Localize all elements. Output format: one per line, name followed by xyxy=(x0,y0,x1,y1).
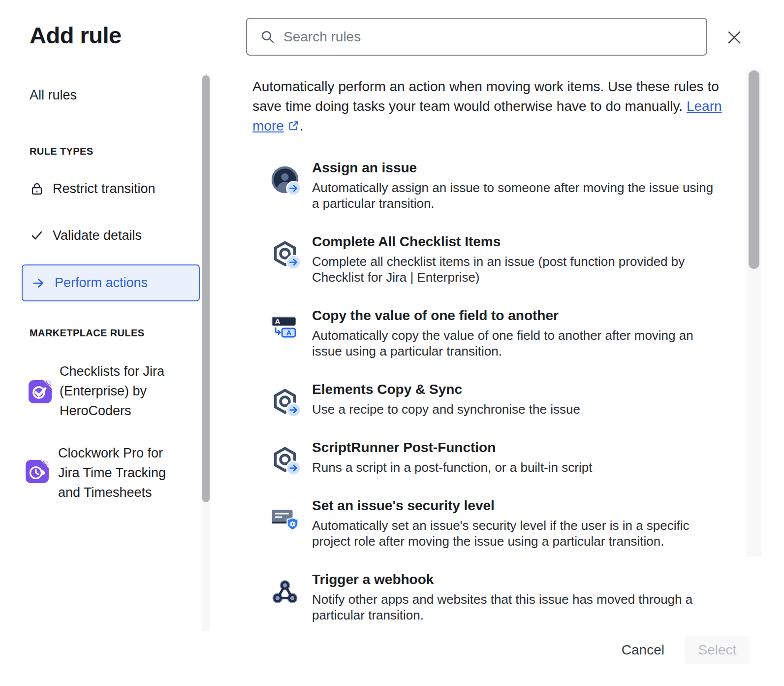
rule-description: Runs a script in a post-function, or a b… xyxy=(312,459,592,475)
sidebar-scrollbar[interactable] xyxy=(202,74,210,631)
search-icon xyxy=(260,29,275,44)
rule-item[interactable]: Complete All Checklist ItemsComplete all… xyxy=(252,233,745,285)
sidebar-scrollbar-thumb[interactable] xyxy=(202,75,210,502)
main-scrollbar[interactable] xyxy=(747,69,761,557)
rule-item[interactable]: Elements Copy & SyncUse a recipe to copy… xyxy=(252,381,745,417)
webhook-icon xyxy=(271,578,299,606)
sidebar-heading-rule-types-heading: RULE TYPES xyxy=(30,146,94,157)
intro-text: Automatically perform an action when mov… xyxy=(252,77,737,136)
rule-description: Automatically set an issue's security le… xyxy=(312,518,723,549)
sidebar-item-label: All rules xyxy=(30,88,77,103)
sidebar-item-perform-actions[interactable]: Perform actions xyxy=(22,264,200,301)
rules-panel: Automatically perform an action when mov… xyxy=(218,74,784,631)
rule-title: Set an issue's security level xyxy=(312,497,723,515)
sidebar: All rulesRULE TYPESRestrict transitionVa… xyxy=(0,74,202,631)
rule-description: Complete all checklist items in an issue… xyxy=(312,254,723,285)
arrow-right-icon xyxy=(31,276,46,291)
rule-title: Trigger a webhook xyxy=(312,571,723,588)
rule-item[interactable]: Trigger a webhookNotify other apps and w… xyxy=(252,571,745,623)
transition-arrow-badge-icon xyxy=(286,181,301,196)
transition-arrow-badge-icon xyxy=(286,402,301,418)
sidebar-item-label: Validate details xyxy=(53,228,142,243)
rule-item[interactable]: Set an issue's security levelAutomatical… xyxy=(252,497,745,549)
user-avatar-icon xyxy=(271,166,299,195)
rule-title: ScriptRunner Post-Function xyxy=(312,439,592,457)
cancel-button[interactable]: Cancel xyxy=(620,636,666,664)
hex-nut-icon xyxy=(271,446,299,474)
sidebar-item-label: Checklists for Jira (Enterprise) by Hero… xyxy=(60,361,187,421)
checklists-app-icon xyxy=(29,380,52,403)
close-icon xyxy=(726,30,742,45)
rule-description: Automatically assign an issue to someone… xyxy=(312,180,723,211)
rule-title: Elements Copy & Sync xyxy=(312,381,580,398)
close-button[interactable] xyxy=(722,26,746,49)
sidebar-item-validate-details[interactable]: Validate details xyxy=(30,225,142,246)
rule-item[interactable]: ScriptRunner Post-FunctionRuns a script … xyxy=(252,439,745,475)
rules-list: Assign an issueAutomatically assign an i… xyxy=(252,159,745,623)
rule-description: Use a recipe to copy and synchronise the… xyxy=(312,401,580,417)
rule-description: Notify other apps and websites that this… xyxy=(312,591,723,623)
security-card-icon xyxy=(271,504,299,532)
sidebar-item-checklists-jira[interactable]: Checklists for Jira (Enterprise) by Hero… xyxy=(29,360,187,421)
check-icon xyxy=(30,228,44,243)
sidebar-item-clockwork-pro[interactable]: Clockwork Pro for Jira Time Tracking and… xyxy=(26,442,185,502)
search-box[interactable] xyxy=(246,18,707,56)
main-scrollbar-thumb[interactable] xyxy=(749,70,759,269)
external-link-icon xyxy=(287,120,300,132)
transition-arrow-badge-icon xyxy=(286,460,301,476)
page-title: Add rule xyxy=(30,22,122,49)
sidebar-item-all-rules[interactable]: All rules xyxy=(30,88,77,103)
copy-field-icon xyxy=(271,314,299,342)
rule-item[interactable]: Copy the value of one field to anotherAu… xyxy=(252,307,745,359)
transition-arrow-badge-icon xyxy=(286,255,301,270)
sidebar-item-restrict-transition[interactable]: Restrict transition xyxy=(30,178,156,199)
rule-title: Assign an issue xyxy=(312,159,723,177)
select-button[interactable]: Select xyxy=(685,636,750,664)
sidebar-heading-marketplace-heading: MARKETPLACE RULES xyxy=(30,327,144,339)
sidebar-item-label: Clockwork Pro for Jira Time Tracking and… xyxy=(58,443,185,502)
hex-nut-icon xyxy=(271,240,299,268)
hex-nut-icon xyxy=(271,388,299,416)
sidebar-item-label: Restrict transition xyxy=(53,181,156,196)
sidebar-item-label: Perform actions xyxy=(55,275,148,291)
rule-description: Automatically copy the value of one fiel… xyxy=(312,327,723,359)
search-input[interactable] xyxy=(283,29,693,45)
lock-icon xyxy=(30,181,44,196)
rule-title: Complete All Checklist Items xyxy=(312,233,723,251)
footer: Cancel Select xyxy=(0,631,784,686)
rule-title: Copy the value of one field to another xyxy=(312,307,723,325)
clockwork-app-icon xyxy=(26,460,49,483)
rule-item[interactable]: Assign an issueAutomatically assign an i… xyxy=(252,159,745,211)
